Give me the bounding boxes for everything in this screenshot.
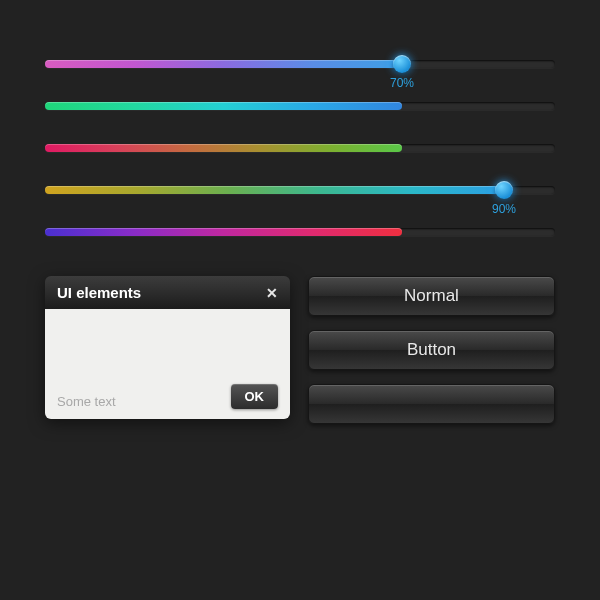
slider-3[interactable]	[45, 144, 555, 152]
dialog-header: UI elements ✕	[45, 276, 290, 309]
dialog-title: UI elements	[57, 284, 141, 301]
slider-3-fill	[45, 144, 402, 152]
slider-1-fill	[45, 60, 402, 68]
button-column: Normal Button	[308, 276, 555, 424]
slider-2[interactable]	[45, 102, 555, 110]
bottom-row: UI elements ✕ Some text OK Normal Button	[45, 276, 555, 424]
close-icon[interactable]: ✕	[266, 286, 278, 300]
slider-2-fill	[45, 102, 402, 110]
dialog: UI elements ✕ Some text OK	[45, 276, 290, 419]
slider-5[interactable]	[45, 228, 555, 236]
slider-1-label: 70%	[390, 76, 414, 90]
slider-5-fill	[45, 228, 402, 236]
slider-1-thumb[interactable]	[393, 55, 411, 73]
dialog-body: Some text OK	[45, 309, 290, 419]
slider-4[interactable]: 90%	[45, 186, 555, 194]
empty-button[interactable]	[308, 384, 555, 424]
dialog-hint-text: Some text	[57, 394, 116, 409]
ok-button[interactable]: OK	[231, 384, 279, 409]
slider-1[interactable]: 70%	[45, 60, 555, 68]
slider-4-label: 90%	[492, 202, 516, 216]
button-button[interactable]: Button	[308, 330, 555, 370]
slider-group: 70% 90%	[45, 60, 555, 236]
slider-4-thumb[interactable]	[495, 181, 513, 199]
slider-4-fill	[45, 186, 504, 194]
normal-button[interactable]: Normal	[308, 276, 555, 316]
